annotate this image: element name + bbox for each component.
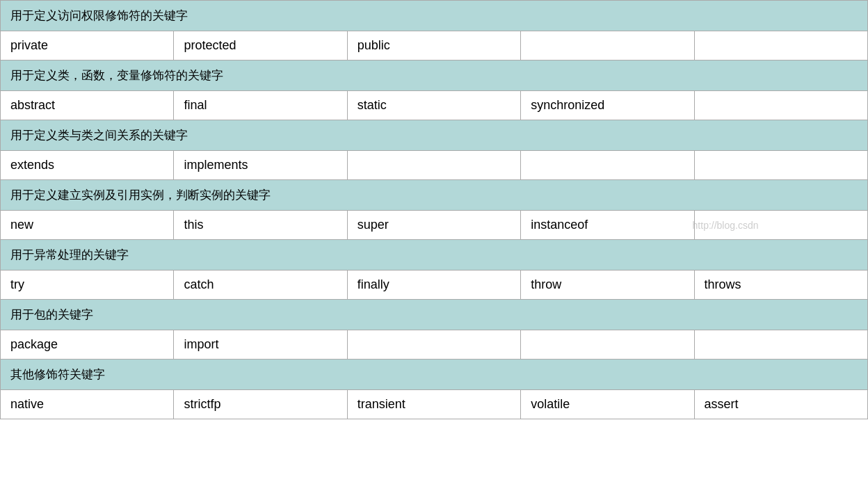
section-header-label-1: 用于定义类，函数，变量修饰符的关键字 [1, 61, 868, 91]
table-cell: try [1, 271, 174, 300]
section-header-label-6: 其他修饰符关键字 [1, 360, 868, 390]
table-row: packageimport [1, 330, 868, 360]
table-cell: volatile [521, 390, 694, 419]
section-header-label-5: 用于包的关键字 [1, 300, 868, 330]
section-header-6: 其他修饰符关键字 [1, 360, 868, 390]
table-cell: private [1, 31, 174, 61]
table-row: newthishttp://blog.csdnsuperinstanceof [1, 211, 868, 240]
table-cell [694, 91, 867, 120]
table-cell: implements [174, 151, 347, 180]
table-cell [694, 31, 867, 61]
section-header-3: 用于定义建立实例及引用实例，判断实例的关键字 [1, 180, 868, 211]
table-cell [521, 330, 694, 360]
table-cell: assert [694, 390, 867, 419]
table-cell: synchronized [521, 91, 694, 120]
section-header-label-0: 用于定义访问权限修饰符的关键字 [1, 1, 868, 31]
table-cell: public [347, 31, 520, 61]
table-cell: import [174, 330, 347, 360]
table-cell [521, 151, 694, 180]
table-cell [694, 151, 867, 180]
main-container: 用于定义访问权限修饰符的关键字privateprotectedpublic用于定… [0, 0, 868, 500]
keywords-table: 用于定义访问权限修饰符的关键字privateprotectedpublic用于定… [0, 0, 868, 419]
table-cell [347, 151, 520, 180]
table-cell: strictfp [174, 390, 347, 419]
table-cell: package [1, 330, 174, 360]
table-cell [694, 330, 867, 360]
table-cell: extends [1, 151, 174, 180]
section-header-4: 用于异常处理的关键字 [1, 240, 868, 271]
table-cell: transient [347, 390, 520, 419]
section-header-1: 用于定义类，函数，变量修饰符的关键字 [1, 61, 868, 91]
section-header-0: 用于定义访问权限修饰符的关键字 [1, 1, 868, 31]
table-cell [521, 31, 694, 61]
table-row: abstractfinalstaticsynchronized [1, 91, 868, 120]
section-header-label-4: 用于异常处理的关键字 [1, 240, 868, 271]
section-header-2: 用于定义类与类之间关系的关键字 [1, 120, 868, 151]
table-row: extendsimplements [1, 151, 868, 180]
table-cell: instanceof [521, 211, 694, 240]
table-row: nativestrictfptransientvolatileassert [1, 390, 868, 419]
table-cell: new [1, 211, 174, 240]
section-header-label-2: 用于定义类与类之间关系的关键字 [1, 120, 868, 151]
table-cell: native [1, 390, 174, 419]
table-cell: throw [521, 271, 694, 300]
table-row: privateprotectedpublic [1, 31, 868, 61]
table-cell: finally [347, 271, 520, 300]
table-cell: super [347, 211, 520, 240]
table-cell: final [174, 91, 347, 120]
table-cell: protected [174, 31, 347, 61]
table-cell: catch [174, 271, 347, 300]
table-cell: throws [694, 271, 867, 300]
section-header-label-3: 用于定义建立实例及引用实例，判断实例的关键字 [1, 180, 868, 211]
table-cell: thishttp://blog.csdn [174, 211, 347, 240]
table-cell: static [347, 91, 520, 120]
table-cell [694, 211, 867, 240]
table-row: trycatchfinallythrowthrows [1, 271, 868, 300]
table-cell [347, 330, 520, 360]
section-header-5: 用于包的关键字 [1, 300, 868, 330]
table-cell: abstract [1, 91, 174, 120]
